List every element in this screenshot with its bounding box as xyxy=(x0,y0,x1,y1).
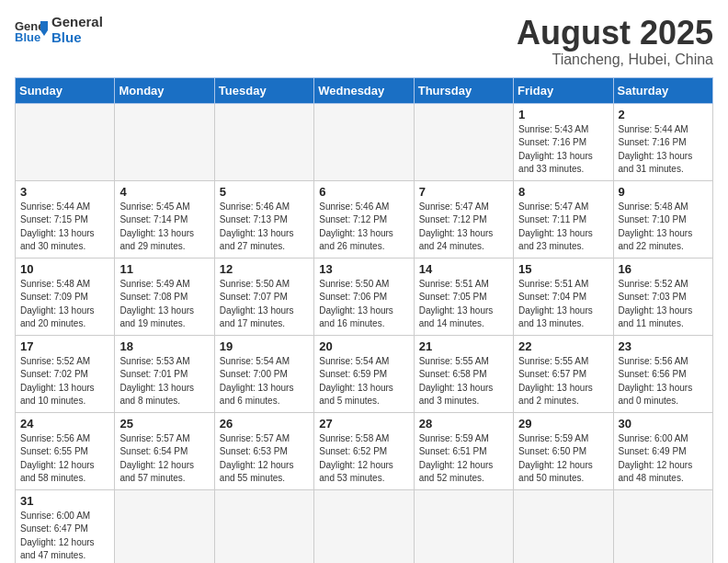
weekday-header-friday: Friday xyxy=(514,77,613,103)
day-number: 13 xyxy=(319,262,408,276)
calendar-cell: 25Sunrise: 5:57 AM Sunset: 6:54 PM Dayli… xyxy=(115,412,214,489)
day-info: Sunrise: 5:51 AM Sunset: 7:04 PM Dayligh… xyxy=(518,278,608,331)
calendar-cell: 29Sunrise: 5:59 AM Sunset: 6:50 PM Dayli… xyxy=(514,412,613,489)
calendar-cell: 11Sunrise: 5:49 AM Sunset: 7:08 PM Dayli… xyxy=(115,258,214,335)
day-number: 27 xyxy=(319,417,408,431)
calendar-cell: 5Sunrise: 5:46 AM Sunset: 7:13 PM Daylig… xyxy=(214,180,313,258)
day-number: 2 xyxy=(619,108,708,121)
calendar-week-2: 10Sunrise: 5:48 AM Sunset: 7:09 PM Dayli… xyxy=(16,258,713,335)
weekday-row: SundayMondayTuesdayWednesdayThursdayFrid… xyxy=(16,77,713,103)
calendar-week-3: 17Sunrise: 5:52 AM Sunset: 7:02 PM Dayli… xyxy=(16,335,713,412)
day-info: Sunrise: 6:00 AM Sunset: 6:47 PM Dayligh… xyxy=(20,510,109,563)
day-info: Sunrise: 5:50 AM Sunset: 7:06 PM Dayligh… xyxy=(319,278,408,331)
weekday-header-wednesday: Wednesday xyxy=(314,77,414,103)
logo: General Blue General Blue xyxy=(15,15,103,45)
calendar-body: 1Sunrise: 5:43 AM Sunset: 7:16 PM Daylig… xyxy=(16,103,713,563)
calendar-cell: 6Sunrise: 5:46 AM Sunset: 7:12 PM Daylig… xyxy=(314,180,414,258)
calendar-cell xyxy=(613,489,712,563)
day-number: 11 xyxy=(119,262,209,276)
calendar-week-4: 24Sunrise: 5:56 AM Sunset: 6:55 PM Dayli… xyxy=(16,412,713,489)
day-number: 10 xyxy=(20,262,109,276)
day-number: 8 xyxy=(518,185,608,199)
day-number: 28 xyxy=(419,417,508,431)
weekday-header-monday: Monday xyxy=(115,77,214,103)
day-number: 31 xyxy=(20,494,109,508)
day-info: Sunrise: 5:52 AM Sunset: 7:03 PM Dayligh… xyxy=(619,278,708,331)
day-info: Sunrise: 5:46 AM Sunset: 7:12 PM Dayligh… xyxy=(319,201,408,254)
calendar-cell xyxy=(314,489,414,563)
calendar-cell: 4Sunrise: 5:45 AM Sunset: 7:14 PM Daylig… xyxy=(115,180,214,258)
calendar-cell: 22Sunrise: 5:55 AM Sunset: 6:57 PM Dayli… xyxy=(514,335,613,412)
page-header: General Blue General Blue August 2025 Ti… xyxy=(15,15,713,68)
calendar-cell: 13Sunrise: 5:50 AM Sunset: 7:06 PM Dayli… xyxy=(314,258,414,335)
day-number: 4 xyxy=(119,185,209,199)
day-number: 25 xyxy=(119,417,209,431)
calendar-cell: 26Sunrise: 5:57 AM Sunset: 6:53 PM Dayli… xyxy=(214,412,313,489)
day-number: 1 xyxy=(518,108,608,121)
day-number: 18 xyxy=(119,339,209,353)
calendar-cell xyxy=(414,489,513,563)
day-info: Sunrise: 5:56 AM Sunset: 6:56 PM Dayligh… xyxy=(619,355,708,408)
calendar-cell xyxy=(16,103,115,180)
calendar-cell xyxy=(514,489,613,563)
logo-general: General xyxy=(51,15,103,30)
day-number: 3 xyxy=(20,185,109,199)
day-number: 12 xyxy=(220,262,309,276)
day-number: 19 xyxy=(220,339,309,353)
day-number: 7 xyxy=(419,185,508,199)
day-number: 20 xyxy=(319,339,408,353)
day-info: Sunrise: 5:54 AM Sunset: 6:59 PM Dayligh… xyxy=(319,355,408,408)
calendar-week-0: 1Sunrise: 5:43 AM Sunset: 7:16 PM Daylig… xyxy=(16,103,713,180)
weekday-header-saturday: Saturday xyxy=(613,77,712,103)
weekday-header-thursday: Thursday xyxy=(414,77,513,103)
day-info: Sunrise: 6:00 AM Sunset: 6:49 PM Dayligh… xyxy=(619,432,708,486)
calendar-table: SundayMondayTuesdayWednesdayThursdayFrid… xyxy=(15,77,713,563)
day-info: Sunrise: 5:44 AM Sunset: 7:16 PM Dayligh… xyxy=(619,123,708,177)
calendar-cell xyxy=(314,103,414,180)
day-info: Sunrise: 5:44 AM Sunset: 7:15 PM Dayligh… xyxy=(20,201,109,254)
day-number: 6 xyxy=(319,185,408,199)
day-info: Sunrise: 5:52 AM Sunset: 7:02 PM Dayligh… xyxy=(20,355,109,408)
day-number: 21 xyxy=(419,339,508,353)
calendar-subtitle: Tiancheng, Hubei, China xyxy=(517,52,713,68)
day-info: Sunrise: 5:56 AM Sunset: 6:55 PM Dayligh… xyxy=(20,432,109,486)
day-info: Sunrise: 5:47 AM Sunset: 7:12 PM Dayligh… xyxy=(419,201,508,254)
day-info: Sunrise: 5:43 AM Sunset: 7:16 PM Dayligh… xyxy=(518,123,608,177)
day-info: Sunrise: 5:47 AM Sunset: 7:11 PM Dayligh… xyxy=(518,201,608,254)
day-info: Sunrise: 5:48 AM Sunset: 7:10 PM Dayligh… xyxy=(619,201,708,254)
calendar-week-1: 3Sunrise: 5:44 AM Sunset: 7:15 PM Daylig… xyxy=(16,180,713,258)
day-info: Sunrise: 5:59 AM Sunset: 6:50 PM Dayligh… xyxy=(518,432,608,486)
calendar-cell: 9Sunrise: 5:48 AM Sunset: 7:10 PM Daylig… xyxy=(613,180,712,258)
day-number: 26 xyxy=(220,417,309,431)
day-number: 29 xyxy=(518,417,608,431)
calendar-header: SundayMondayTuesdayWednesdayThursdayFrid… xyxy=(16,77,713,103)
day-number: 14 xyxy=(419,262,508,276)
day-info: Sunrise: 5:55 AM Sunset: 6:58 PM Dayligh… xyxy=(419,355,508,408)
day-info: Sunrise: 5:49 AM Sunset: 7:08 PM Dayligh… xyxy=(119,278,209,331)
calendar-cell: 14Sunrise: 5:51 AM Sunset: 7:05 PM Dayli… xyxy=(414,258,513,335)
calendar-cell: 31Sunrise: 6:00 AM Sunset: 6:47 PM Dayli… xyxy=(16,489,115,563)
day-info: Sunrise: 5:57 AM Sunset: 6:54 PM Dayligh… xyxy=(119,432,209,486)
calendar-cell: 23Sunrise: 5:56 AM Sunset: 6:56 PM Dayli… xyxy=(613,335,712,412)
logo-icon: General Blue xyxy=(15,17,48,43)
day-number: 30 xyxy=(619,417,708,431)
day-number: 24 xyxy=(20,417,109,431)
calendar-cell: 8Sunrise: 5:47 AM Sunset: 7:11 PM Daylig… xyxy=(514,180,613,258)
weekday-header-sunday: Sunday xyxy=(16,77,115,103)
day-number: 23 xyxy=(619,339,708,353)
calendar-cell xyxy=(414,103,513,180)
calendar-cell xyxy=(115,103,214,180)
calendar-cell xyxy=(214,103,313,180)
calendar-week-5: 31Sunrise: 6:00 AM Sunset: 6:47 PM Dayli… xyxy=(16,489,713,563)
calendar-title-area: August 2025 Tiancheng, Hubei, China xyxy=(517,15,713,68)
calendar-cell: 16Sunrise: 5:52 AM Sunset: 7:03 PM Dayli… xyxy=(613,258,712,335)
svg-marker-2 xyxy=(40,21,48,30)
calendar-cell: 15Sunrise: 5:51 AM Sunset: 7:04 PM Dayli… xyxy=(514,258,613,335)
day-number: 22 xyxy=(518,339,608,353)
day-number: 17 xyxy=(20,339,109,353)
logo-blue: Blue xyxy=(51,30,103,46)
calendar-cell: 24Sunrise: 5:56 AM Sunset: 6:55 PM Dayli… xyxy=(16,412,115,489)
calendar-cell: 7Sunrise: 5:47 AM Sunset: 7:12 PM Daylig… xyxy=(414,180,513,258)
calendar-title: August 2025 xyxy=(517,15,713,52)
day-info: Sunrise: 5:51 AM Sunset: 7:05 PM Dayligh… xyxy=(419,278,508,331)
